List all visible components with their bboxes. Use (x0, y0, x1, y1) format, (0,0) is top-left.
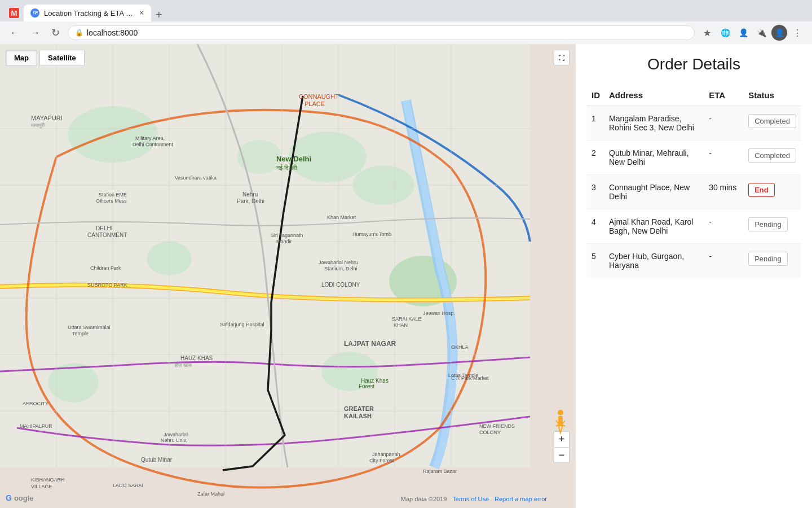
svg-text:Jawaharlal: Jawaharlal (164, 432, 188, 437)
svg-text:Khan Market: Khan Market (327, 214, 356, 220)
terms-link[interactable]: Terms of Use (452, 496, 489, 502)
order-address: Ajmal Khan Road, Karol Bagh, New Delhi (604, 209, 704, 244)
tab-main[interactable]: 🗺 Location Tracking & ETA Syste... ✕ (24, 5, 151, 21)
svg-text:Jeewan Hosp.: Jeewan Hosp. (423, 310, 455, 316)
svg-point-8 (237, 140, 282, 174)
fullscreen-icon (558, 54, 566, 62)
translate-button[interactable]: 🌐 (717, 25, 733, 41)
map-mode-button[interactable]: Map (6, 50, 37, 66)
url-text: localhost:8000 (87, 28, 138, 37)
svg-text:Nehru Univ.: Nehru Univ. (161, 437, 187, 443)
status-badge: Completed (748, 148, 796, 163)
svg-text:DELHI: DELHI (96, 225, 112, 231)
order-eta: 30 mins (704, 175, 744, 209)
svg-text:Jahanpanah: Jahanpanah (372, 452, 400, 457)
order-status: End (744, 175, 801, 209)
svg-text:GREATER: GREATER (344, 405, 374, 412)
col-status: Status (744, 85, 801, 106)
forward-button[interactable]: → (27, 25, 43, 41)
col-id: ID (587, 85, 604, 106)
extensions-button[interactable]: 🔌 (753, 25, 769, 41)
order-address: Qutub Minar, Mehrauli, New Delhi (604, 141, 704, 175)
svg-text:Delhi Cantonment: Delhi Cantonment (133, 142, 174, 147)
svg-text:LAJPAT NAGAR: LAJPAT NAGAR (344, 340, 396, 348)
svg-text:SUBROTO PARK: SUBROTO PARK (87, 282, 127, 288)
zoom-controls: + − (554, 431, 570, 463)
order-eta: - (704, 106, 744, 141)
map-attribution: G oogle (6, 493, 34, 502)
back-button[interactable]: ← (7, 25, 23, 41)
tab-title: Location Tracking & ETA Syste... (44, 9, 134, 17)
svg-text:OKHLA: OKHLA (451, 344, 469, 350)
order-eta: - (704, 209, 744, 244)
col-address: Address (604, 85, 704, 106)
table-row: 2Qutub Minar, Mehrauli, New Delhi-Comple… (587, 141, 801, 175)
order-address: Connaught Place, New Delhi (604, 175, 704, 209)
svg-text:MAYAPURI: MAYAPURI (31, 115, 63, 121)
svg-text:LODI COLONY: LODI COLONY (321, 282, 360, 288)
status-badge: Pending (748, 217, 788, 231)
zoom-out-button[interactable]: − (554, 447, 570, 463)
order-id: 5 (587, 244, 604, 278)
order-id: 2 (587, 141, 604, 175)
tab-gmail[interactable]: M (5, 5, 24, 21)
svg-text:नई दिल्ली: नई दिल्ली (276, 164, 297, 171)
browser-chrome: M 🗺 Location Tracking & ETA Syste... ✕ +… (0, 0, 812, 44)
nav-bar: ← → ↻ 🔒 localhost:8000 ★ 🌐 👤 🔌 👤 ⋮ (0, 21, 812, 44)
tab-bar: M 🗺 Location Tracking & ETA Syste... ✕ + (0, 0, 812, 21)
svg-line-165 (563, 421, 565, 423)
status-badge: Pending (748, 252, 788, 266)
report-link[interactable]: Report a map error (495, 496, 547, 502)
order-details-title: Order Details (587, 55, 801, 73)
svg-text:Children Park: Children Park (90, 265, 121, 271)
street-view-control[interactable] (553, 409, 568, 435)
order-id: 1 (587, 106, 604, 141)
svg-text:Military Area,: Military Area, (135, 135, 165, 141)
google-logo: G (6, 493, 12, 502)
svg-text:MAHIPALPUR: MAHIPALPUR (20, 423, 52, 429)
svg-text:Jawaharlal Nehru: Jawaharlal Nehru (319, 260, 358, 265)
table-row: 1Mangalam Paradise, Rohini Sec 3, New De… (587, 106, 801, 141)
svg-text:Temple: Temple (72, 331, 89, 336)
svg-text:Rajaram Bazar: Rajaram Bazar (423, 468, 457, 474)
map-attribution-right: Map data ©2019 Terms of Use Report a map… (401, 496, 547, 502)
order-eta: - (704, 141, 744, 175)
profile-button[interactable]: 👤 (735, 25, 751, 41)
order-details-panel: Order Details ID Address ETA Status 1Man… (575, 44, 812, 508)
svg-point-162 (558, 410, 563, 415)
svg-text:Uttara Swamimalai: Uttara Swamimalai (68, 325, 111, 330)
table-row: 5Cyber Hub, Gurgaon, Haryana-Pending (587, 244, 801, 278)
table-row: 3Connaught Place, New Delhi30 minsEnd (587, 175, 801, 209)
table-header-row: ID Address ETA Status (587, 85, 801, 106)
map-type-controls: Map Satellite (6, 50, 85, 66)
order-address: Cyber Hub, Gurgaon, Haryana (604, 244, 704, 278)
svg-text:Zafar Mahal: Zafar Mahal (197, 491, 224, 497)
order-table: ID Address ETA Status 1Mangalam Paradise… (587, 85, 801, 278)
svg-text:Safdarjung Hospital: Safdarjung Hospital (220, 322, 264, 327)
tab-favicon: 🗺 (30, 8, 39, 17)
menu-button[interactable]: ⋮ (789, 25, 805, 41)
order-status: Pending (744, 244, 801, 278)
fullscreen-button[interactable] (554, 50, 570, 65)
svg-text:CANTONMENT: CANTONMENT (87, 232, 127, 238)
svg-text:NEW FRIENDS: NEW FRIENDS (479, 423, 515, 429)
profile2-button[interactable]: 👤 (771, 25, 787, 41)
street-view-icon (553, 409, 568, 435)
svg-text:HAUZ KHAS: HAUZ KHAS (180, 355, 213, 361)
svg-text:VILLAGE: VILLAGE (31, 484, 52, 489)
tab-close-button[interactable]: ✕ (139, 9, 144, 17)
svg-text:Forest: Forest (359, 383, 375, 389)
new-tab-button[interactable]: + (151, 8, 167, 21)
gmail-icon: M (9, 8, 19, 18)
svg-text:C R Park Market: C R Park Market (451, 375, 489, 381)
svg-text:KISHANGARH: KISHANGARH (31, 477, 65, 483)
svg-text:Park, Delhi: Park, Delhi (237, 198, 264, 204)
order-address: Mangalam Paradise, Rohini Sec 3, New Del… (604, 106, 704, 141)
bookmark-button[interactable]: ★ (699, 25, 715, 41)
svg-text:City Forest: City Forest (369, 458, 394, 463)
status-badge: Completed (748, 114, 796, 128)
address-bar[interactable]: 🔒 localhost:8000 (68, 25, 695, 40)
satellite-mode-button[interactable]: Satellite (39, 50, 85, 66)
svg-text:Stadium, Delhi: Stadium, Delhi (324, 266, 358, 271)
reload-button[interactable]: ↻ (47, 25, 63, 41)
